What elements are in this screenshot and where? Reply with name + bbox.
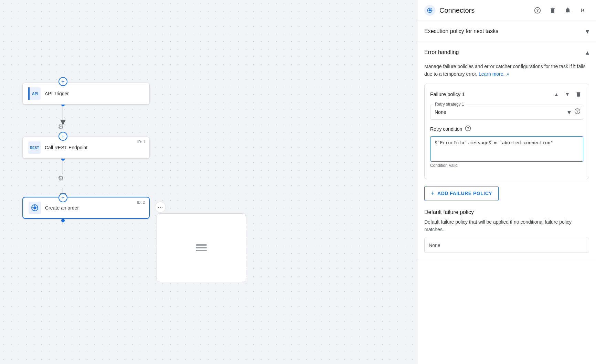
- add-icon: +: [431, 190, 435, 197]
- condition-textarea[interactable]: [435, 140, 579, 157]
- policy-up-btn[interactable]: ▲: [552, 89, 561, 99]
- error-chevron-icon: ▴: [586, 48, 589, 56]
- error-handling-section: Error handling ▴ Manage failure policies…: [417, 42, 596, 260]
- rest-icon: REST: [28, 141, 41, 154]
- connector-icon: [29, 202, 41, 214]
- api-icon: API: [28, 87, 41, 100]
- add-node-btn-1[interactable]: +: [58, 132, 67, 141]
- error-handling-content: Manage failure policies and error catche…: [417, 63, 596, 260]
- add-failure-btn-label: ADD FAILURE POLICY: [437, 191, 492, 196]
- default-policy-title: Default failure policy: [424, 209, 589, 215]
- execution-chevron-icon: ▾: [586, 27, 589, 35]
- svg-point-9: [33, 206, 36, 209]
- api-trigger-label: API Trigger: [45, 91, 69, 96]
- retry-condition-header: Retry condition ?: [430, 125, 583, 133]
- add-node-btn-top[interactable]: +: [58, 77, 67, 86]
- policy-down-btn[interactable]: ▼: [563, 89, 572, 99]
- svg-text:?: ?: [536, 8, 539, 12]
- workflow-canvas[interactable]: + API API Trigger ⚙ + REST Call REST End…: [0, 0, 417, 364]
- policy-delete-btn[interactable]: [574, 89, 583, 99]
- error-description: Manage failure policies and error catche…: [424, 63, 589, 78]
- default-policy-placeholder: None: [429, 243, 440, 248]
- retry-condition-help-icon[interactable]: ?: [465, 125, 471, 133]
- svg-text:?: ?: [576, 109, 578, 113]
- collapse-btn[interactable]: [577, 4, 589, 17]
- create-order-label: Create an order: [45, 205, 79, 211]
- execution-policy-title: Execution policy for next tasks: [424, 28, 586, 34]
- error-handling-title: Error handling: [424, 49, 586, 55]
- condition-valid-status: Condition Valid: [430, 163, 583, 168]
- bottom-card: [157, 213, 246, 282]
- condition-textarea-wrapper: [430, 136, 583, 162]
- failure-policy-1-header: Failure policy 1 ▲ ▼: [430, 89, 583, 99]
- panel-header: Connectors ?: [417, 0, 596, 21]
- retry-strategy-help-icon[interactable]: ?: [574, 108, 581, 116]
- rest-node-id: ID: 1: [137, 140, 145, 144]
- panel-header-actions: ?: [531, 4, 589, 17]
- api-trigger-node[interactable]: API API Trigger: [22, 83, 150, 105]
- gear-icon-1[interactable]: ⚙: [58, 122, 64, 131]
- panel-connector-icon: [424, 5, 435, 16]
- svg-point-15: [429, 9, 431, 11]
- execution-policy-section: Execution policy for next tasks ▾: [417, 21, 596, 42]
- right-panel: Connectors ? Execution policy for next t…: [417, 0, 596, 364]
- failure-policy-1-box: Failure policy 1 ▲ ▼ Retry strategy 1 No…: [424, 84, 589, 179]
- error-handling-header[interactable]: Error handling ▴: [417, 42, 596, 63]
- rest-label: Call REST Endpoint: [45, 145, 87, 150]
- create-order-node[interactable]: Create an order ID: 2: [22, 197, 150, 219]
- failure-policy-1-title: Failure policy 1: [430, 91, 552, 97]
- external-link-icon: ↗: [506, 72, 509, 76]
- add-failure-policy-btn[interactable]: + ADD FAILURE POLICY: [424, 186, 499, 201]
- retry-condition-label: Retry condition: [430, 126, 462, 132]
- bell-btn[interactable]: [562, 4, 574, 17]
- help-btn[interactable]: ?: [531, 4, 544, 17]
- retry-strategy-label: Retry strategy 1: [434, 102, 466, 107]
- policy-controls: ▲ ▼: [552, 89, 583, 99]
- create-order-node-id: ID: 2: [137, 200, 145, 204]
- add-node-btn-2[interactable]: +: [58, 193, 67, 202]
- gear-icon-2[interactable]: ⚙: [58, 174, 64, 182]
- more-options-btn[interactable]: ⋯: [155, 202, 166, 213]
- learn-more-link[interactable]: Learn more.: [479, 71, 504, 77]
- svg-text:?: ?: [467, 126, 469, 130]
- panel-title: Connectors: [439, 7, 527, 14]
- default-policy-dropdown[interactable]: None: [424, 238, 589, 253]
- delete-btn[interactable]: [546, 4, 559, 17]
- default-policy-desc: Default failure policy that will be appl…: [424, 218, 589, 234]
- retry-strategy-select[interactable]: None: [430, 105, 583, 120]
- execution-policy-header[interactable]: Execution policy for next tasks ▾: [417, 21, 596, 42]
- default-failure-policy: Default failure policy Default failure p…: [424, 209, 589, 253]
- retry-strategy-field: Retry strategy 1 None ▾ ?: [430, 105, 583, 120]
- svg-point-7: [61, 219, 65, 222]
- menu-icon: [196, 244, 207, 251]
- rest-node[interactable]: REST Call REST Endpoint ID: 1: [22, 137, 150, 159]
